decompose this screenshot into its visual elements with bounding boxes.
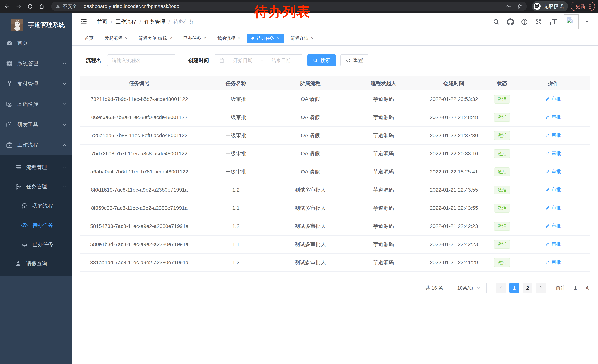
approve-link[interactable]: 审批 — [545, 114, 561, 120]
sidebar-item-task-mgmt[interactable]: 任务管理 — [0, 177, 72, 196]
chevron-down-icon — [62, 165, 67, 170]
browser-menu-icon[interactable] — [589, 3, 591, 10]
col-task-name: 任务名称 — [199, 76, 273, 90]
sidebar-item-label: 基础设施 — [17, 101, 62, 108]
sidebar-item-infra[interactable]: 基础设施 — [0, 94, 72, 114]
page-button-2[interactable]: 2 — [523, 283, 532, 293]
sidebar-item-devtools[interactable]: 研发工具 — [0, 114, 72, 135]
update-label[interactable]: 更新 — [575, 3, 585, 10]
sidebar-item-payment[interactable]: ¥支付管理 — [0, 74, 72, 94]
prev-page-button[interactable] — [496, 283, 506, 293]
security-label[interactable]: 不安全 — [63, 3, 77, 10]
cell-initiator: 芋道源码 — [347, 163, 420, 181]
process-name-input[interactable] — [108, 57, 174, 63]
tab-label: 流程表单-编辑 — [139, 35, 167, 41]
tab-close-icon[interactable]: × — [311, 36, 314, 40]
sidebar-item-my-process[interactable]: 我的流程 — [0, 196, 72, 216]
help-icon[interactable] — [521, 18, 528, 25]
sidebar-collapse-icon[interactable] — [80, 18, 87, 26]
tab-close-icon[interactable]: × — [238, 36, 240, 40]
approve-link[interactable]: 审批 — [545, 150, 561, 157]
page-button-1[interactable]: 1 — [509, 283, 519, 293]
monitor-icon — [6, 101, 13, 108]
tab-form-edit[interactable]: 流程表单-编辑× — [134, 33, 177, 43]
approve-link[interactable]: 审批 — [545, 223, 561, 229]
sidebar-item-label: 待办任务 — [33, 222, 67, 229]
col-initiator: 流程发起人 — [347, 76, 420, 90]
avatar[interactable] — [564, 15, 579, 29]
sidebar-logo-row[interactable]: 芋道管理系统 — [0, 13, 72, 33]
edit-pen-icon — [545, 133, 550, 138]
next-page-button[interactable] — [536, 283, 546, 293]
start-date-placeholder[interactable]: 开始日期 — [226, 57, 260, 64]
pagination-bar: 共 16 条 10条/页 12 前往 页 — [80, 283, 590, 293]
search-button[interactable]: 搜索 — [307, 54, 336, 66]
sidebar-item-leave-query[interactable]: 请假查询 — [0, 254, 72, 273]
sidebar-item-system[interactable]: 系统管理 — [0, 53, 72, 74]
breadcrumb-workflow[interactable]: 工作流程 — [116, 18, 136, 25]
active-tab-dot — [251, 37, 254, 40]
github-icon[interactable] — [507, 18, 514, 25]
tab-process-detail[interactable]: 流程详情× — [286, 33, 318, 43]
status-badge: 激活 — [494, 258, 510, 267]
browser-update-button[interactable]: 更新 — [571, 2, 595, 11]
approve-link[interactable]: 审批 — [545, 186, 561, 193]
approve-link[interactable]: 审批 — [545, 241, 561, 247]
end-date-placeholder[interactable]: 结束日期 — [264, 57, 298, 64]
sidebar-item-home[interactable]: 首页 — [0, 33, 72, 53]
search-icon[interactable] — [493, 18, 500, 25]
breadcrumb-task-mgmt[interactable]: 任务管理 — [144, 18, 165, 25]
browser-reload-button[interactable] — [26, 2, 34, 11]
col-task-id: 任务编号 — [80, 76, 199, 90]
cell-task-id: 75d72608-7b7f-11ec-a3c8-acde48001122 — [80, 145, 199, 163]
table-header-row: 任务编号 任务名称 所属流程 流程发起人 创建时间 状态 操作 — [80, 76, 590, 90]
status-badge: 激活 — [494, 113, 510, 122]
edit-pen-icon — [545, 260, 550, 265]
cell-task-name: 一级审批 — [199, 108, 273, 126]
approve-link[interactable]: 审批 — [545, 168, 561, 175]
cell-task-id: 580e1b3d-7ac8-11ec-a9e2-a2380e71991a — [80, 235, 199, 253]
approve-link[interactable]: 审批 — [545, 96, 561, 102]
browser-forward-button[interactable] — [15, 2, 23, 11]
tab-start-process[interactable]: 发起流程× — [100, 33, 132, 43]
sidebar-item-done-task[interactable]: 已办任务 — [0, 235, 72, 254]
password-key-icon[interactable] — [506, 3, 512, 9]
avatar-caret-icon[interactable] — [584, 19, 589, 24]
sidebar-item-process-mgmt[interactable]: 流程管理 — [0, 158, 72, 177]
fullscreen-icon[interactable] — [535, 18, 542, 25]
cell-initiator: 芋道源码 — [347, 126, 420, 145]
approve-link[interactable]: 审批 — [545, 259, 561, 266]
tab-close-icon[interactable]: × — [204, 36, 206, 40]
url-text[interactable]: dashboard.yudao.iocoder.cn/bpm/task/todo — [84, 4, 179, 9]
cell-task-id: 725a1eb6-7b88-11ec-8ef0-acde48001122 — [80, 126, 199, 145]
bookmark-star-icon[interactable] — [517, 3, 523, 9]
sidebar-item-todo-task[interactable]: 待办任务 — [0, 216, 72, 235]
tab-my-process[interactable]: 我的流程× — [213, 33, 245, 43]
incognito-label: 无痕模式 — [544, 3, 564, 10]
tab-done-task[interactable]: 已办任务× — [179, 33, 211, 43]
red-annotation-text: 待办列表 — [254, 3, 310, 21]
reset-button[interactable]: 重置 — [341, 54, 368, 66]
sidebar-menu: 首页系统管理¥支付管理基础设施研发工具工作流程流程管理任务管理我的流程待办任务已… — [0, 33, 72, 276]
cell-task-id: 58154733-7ac8-11ec-a9e2-a2380e71991a — [80, 217, 199, 235]
cell-task-id: 069c6a63-7b8a-11ec-8ef0-acde48001122 — [80, 108, 199, 126]
approve-link[interactable]: 审批 — [545, 205, 561, 211]
sidebar-item-workflow[interactable]: 工作流程 — [0, 135, 72, 155]
chevron-down-icon — [62, 81, 67, 86]
tab-label: 流程详情 — [291, 35, 308, 41]
date-range-picker[interactable]: 开始日期 - 结束日期 — [215, 54, 302, 66]
table-row: a6aba0a4-7b6d-11ec-b781-acde48001122一级审批… — [80, 163, 590, 181]
cell-process: 测试多审批人 — [273, 253, 347, 272]
tab-close-icon[interactable]: × — [277, 36, 280, 40]
breadcrumb-home[interactable]: 首页 — [97, 18, 108, 25]
approve-link[interactable]: 审批 — [545, 132, 561, 138]
tab-close-icon[interactable]: × — [169, 36, 172, 40]
browser-back-button[interactable] — [3, 2, 11, 11]
tab-close-icon[interactable]: × — [125, 36, 128, 40]
goto-page-input[interactable] — [569, 283, 582, 293]
tab-todo-task[interactable]: 待办任务× — [247, 33, 284, 43]
font-size-icon[interactable]: TT — [549, 18, 557, 26]
page-size-select[interactable]: 10条/页 — [451, 283, 487, 293]
tab-home[interactable]: 首页 — [80, 33, 98, 43]
browser-home-button[interactable] — [37, 2, 46, 11]
